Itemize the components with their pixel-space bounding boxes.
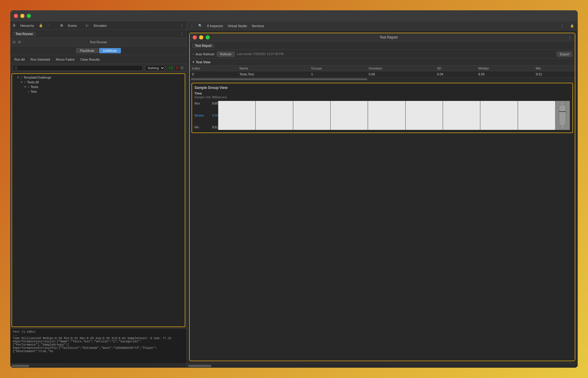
maximize-button[interactable]: [27, 14, 31, 18]
chart-container: Max 8.65 Median 8.59 Min 8.51: [194, 101, 570, 130]
chart-bar-4: [331, 101, 368, 130]
dots-icon: ⋮: [190, 24, 194, 28]
auto-refresh-toggle[interactable]: ✓ Auto Refresh: [192, 52, 214, 56]
rerun-failed-button[interactable]: Rerun Failed: [54, 57, 76, 62]
col-header-deviation: Deviation: [366, 66, 434, 71]
cell-index: 0: [190, 71, 237, 77]
col-header-index: Index: [190, 66, 237, 71]
traffic-lights: [14, 14, 31, 18]
last-results-text: Last results 7/28/2022 12:07:40 PM: [237, 52, 284, 56]
playmode-button[interactable]: PlayMode: [76, 48, 99, 53]
sample-group-title: Sample Group View: [194, 86, 570, 90]
tree-item-testsdll[interactable]: ▼ ✓ Tests.dll: [12, 80, 185, 84]
main-content: ☰ Hierarchy 🔒 ⋯ ⊞ Scene ▷ Simulator ⋮ Te…: [10, 21, 578, 368]
tree-item-templatechallenge[interactable]: ▼ ✓ TemplateChallenge: [12, 75, 185, 80]
report-window: Test Report ⋮ Test Report ✓ Auto Refresh…: [189, 33, 575, 361]
mode-bar: PlayMode EditMode: [10, 46, 186, 55]
report-title-bar: Test Report ⋮: [190, 33, 575, 42]
run-all-button[interactable]: Run All: [13, 57, 26, 62]
chart-bar-1: [218, 101, 256, 130]
left-scroll-thumb[interactable]: [11, 365, 29, 367]
dots-icon: ⋯: [48, 24, 51, 27]
right-panel-options-icon[interactable]: ⋮: [560, 24, 564, 28]
sub-close: [13, 41, 16, 44]
left-panel: ☰ Hierarchy 🔒 ⋯ ⊞ Scene ▷ Simulator ⋮ Te…: [10, 21, 187, 368]
table-row[interactable]: 0 Tests.Test 1 0.00 0.04 8.59 8.51: [190, 71, 575, 77]
report-toolbar: ✓ Auto Refresh Refresh Last results 7/28…: [190, 50, 575, 59]
table-scroll-thumb[interactable]: [191, 78, 367, 80]
right-scroll-bar[interactable]: [187, 364, 578, 368]
chart-bar-7: [443, 101, 480, 130]
test-runner-window-title: Test Runner: [10, 38, 186, 46]
boxplot-area: [555, 101, 570, 130]
boxplot-lower-whisker: [562, 125, 563, 128]
table-scroll-bar[interactable]: [190, 77, 575, 81]
scene-nav-item[interactable]: Scene: [68, 24, 77, 27]
max-value: 8.65: [212, 102, 218, 105]
panel-options-icon[interactable]: ⋮: [180, 23, 184, 28]
hamburger-icon: ☰: [13, 24, 16, 27]
test-table: Index Name Groups Deviation SD Median Mi…: [190, 66, 575, 77]
tree-item-test[interactable]: ✓ Test: [12, 89, 185, 94]
tree-item-tests[interactable]: ▼ ✓ Tests: [12, 84, 185, 89]
left-scroll-bar[interactable]: [10, 364, 186, 368]
cell-name: Tests.Test: [237, 71, 309, 77]
right-topbar: ⋮ 🔍 0 Inspector Virtual Studio Services …: [187, 21, 578, 30]
simulator-nav-item[interactable]: Simulator: [93, 24, 107, 27]
report-close-button[interactable]: [193, 35, 197, 39]
col-header-sd: SD: [435, 66, 476, 71]
report-options-icon[interactable]: ⋮: [568, 35, 572, 40]
clear-results-button[interactable]: Clear Results: [79, 57, 101, 62]
cell-min: 8.51: [533, 71, 575, 77]
tree-item-label: Tests: [31, 85, 38, 89]
log-line-2: ---: [13, 334, 184, 337]
inspector-icon: 🔍: [198, 24, 202, 28]
right-panel: ⋮ 🔍 0 Inspector Virtual Studio Services …: [187, 21, 578, 368]
report-tabbar: Test Report: [190, 42, 575, 50]
collapse-arrow-icon[interactable]: ▼: [192, 61, 195, 64]
cell-median: 8.59: [476, 71, 534, 77]
run-selected-button[interactable]: Run Selected: [29, 57, 52, 62]
pass-icon: ✓: [24, 81, 26, 84]
editmode-button[interactable]: EditMode: [99, 48, 121, 53]
minimize-button[interactable]: [20, 14, 24, 18]
right-scroll-thumb[interactable]: [188, 365, 211, 367]
hierarchy-nav-item[interactable]: Hierarchy: [20, 24, 34, 27]
test-runner-tab[interactable]: Test Runner: [13, 31, 36, 36]
category-select[interactable]: Nothing: [145, 65, 165, 71]
report-tab[interactable]: Test Report: [192, 43, 214, 48]
scene-icon: ⊞: [60, 24, 63, 27]
tree-item-label: TemplateChallenge: [24, 76, 51, 79]
refresh-button[interactable]: Refresh: [217, 52, 235, 57]
services-nav-item[interactable]: Services: [252, 24, 264, 28]
fail-count: 0: [175, 66, 179, 70]
main-window: ☰ Hierarchy 🔒 ⋯ ⊞ Scene ▷ Simulator ⋮ Te…: [10, 10, 578, 368]
boxplot-upper-whisker: [562, 102, 563, 105]
chart-columns: [218, 101, 555, 130]
min-label-row: Min 8.51: [194, 126, 218, 129]
chart-bar-2: [256, 101, 293, 130]
lock-icon: 🔒: [39, 24, 43, 27]
search-bar: Nothing ✓1 0 0: [10, 64, 186, 72]
col-header-min: Min: [533, 66, 575, 71]
close-button[interactable]: [14, 14, 18, 18]
lock-icon: 🔒: [570, 24, 574, 28]
report-minimize-button[interactable]: [199, 35, 203, 39]
pass-count: ✓1: [167, 66, 174, 70]
col-header-median: Median: [476, 66, 534, 71]
tab-options-icon[interactable]: ⋮: [180, 31, 184, 36]
log-area: Test (1.160s) --- Time Millisecond Media…: [10, 328, 186, 364]
median-label-row: Median 8.59: [194, 114, 218, 117]
report-maximize-button[interactable]: [206, 35, 210, 39]
export-button[interactable]: Export: [557, 52, 572, 57]
median-label: Median: [194, 114, 204, 117]
chart-labels: Max 8.65 Median 8.59 Min 8.51: [194, 101, 218, 130]
sample-unit-text: Sample Unit: Millisecond: [194, 96, 570, 99]
chevron-down-icon: ▼: [17, 76, 20, 79]
pass-icon: ✓: [20, 76, 23, 79]
inspector-nav-item[interactable]: 0 Inspector: [207, 24, 223, 28]
virtual-studio-nav-item[interactable]: Virtual Studio: [228, 24, 247, 28]
report-window-title: Test Report: [212, 35, 565, 39]
tree-item-label: Tests.dll: [27, 80, 39, 84]
search-input[interactable]: [13, 65, 143, 71]
